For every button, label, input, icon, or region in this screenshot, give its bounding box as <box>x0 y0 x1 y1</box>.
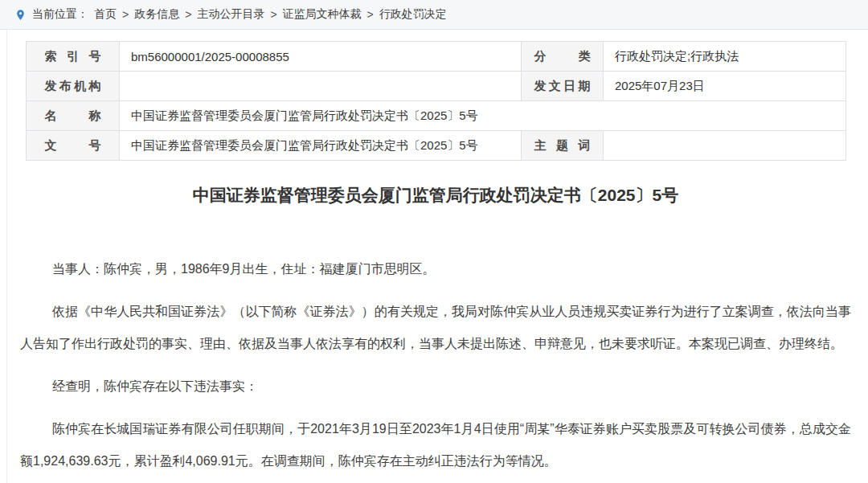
doc-number-label: 文号 <box>45 138 101 153</box>
publisher-value <box>120 72 522 101</box>
doc-number-value: 中国证券监督管理委员会厦门监管局行政处罚决定书〔2025〕5号 <box>120 131 522 161</box>
index-number-label-cell: 索引号 <box>27 42 120 72</box>
meta-table: 索引号 bm56000001/2025-00008855 分类 行政处罚决定;行… <box>26 41 846 161</box>
breadcrumb-item-doc-genre[interactable]: 证监局文种体裁 <box>283 7 362 22</box>
location-pin-icon <box>14 9 27 21</box>
pub-date-value: 2025年07月23日 <box>604 72 846 101</box>
content-panel: 索引号 bm56000001/2025-00008855 分类 行政处罚决定;行… <box>6 30 868 483</box>
category-label: 分类 <box>534 49 591 64</box>
index-number-label: 索引号 <box>45 49 101 64</box>
breadcrumb-separator: > <box>270 8 276 21</box>
keywords-label: 主题词 <box>534 138 591 153</box>
breadcrumb-separator: > <box>122 8 129 21</box>
breadcrumb-separator: > <box>185 8 191 21</box>
pub-date-label: 发文日期 <box>534 79 591 94</box>
breadcrumb-item-penalty-decision[interactable]: 行政处罚决定 <box>379 7 447 22</box>
publisher-label: 发布机构 <box>45 79 101 94</box>
table-row: 发布机构 发文日期 2025年07月23日 <box>27 72 846 101</box>
paragraph-legal-basis: 依据《中华人民共和国证券法》（以下简称《证券法》）的有关规定，我局对陈仲宾从业人… <box>20 296 851 360</box>
keywords-label-cell: 主题词 <box>522 131 604 161</box>
document-body: 中国证券监督管理委员会厦门监管局行政处罚决定书〔2025〕5号 当事人：陈仲宾，… <box>20 183 851 477</box>
breadcrumb-item-home[interactable]: 首页 <box>94 7 117 22</box>
pub-date-label-cell: 发文日期 <box>522 72 604 101</box>
doc-name-value: 中国证券监督管理委员会厦门监管局行政处罚决定书〔2025〕5号 <box>120 101 846 131</box>
paragraph-party-info: 当事人：陈仲宾，男，1986年9月出生，住址：福建厦门市思明区。 <box>20 253 851 285</box>
breadcrumb-prefix: 当前位置： <box>32 7 88 22</box>
publisher-label-cell: 发布机构 <box>27 72 120 101</box>
keywords-value <box>604 131 846 161</box>
table-row: 文号 中国证券监督管理委员会厦门监管局行政处罚决定书〔2025〕5号 主题词 <box>27 131 846 161</box>
breadcrumb-item-public-catalog[interactable]: 主动公开目录 <box>197 7 264 22</box>
breadcrumb-item-gov-info[interactable]: 政务信息 <box>134 7 179 22</box>
breadcrumb-separator: > <box>367 8 374 21</box>
paragraph-violation-facts: 陈仲宾在长城国瑞证券有限公司任职期间，于2021年3月19日至2023年1月4日… <box>20 413 851 477</box>
breadcrumb: 当前位置： 首页 > 政务信息 > 主动公开目录 > 证监局文种体裁 > 行政处… <box>0 0 868 30</box>
category-value: 行政处罚决定;行政执法 <box>604 42 846 72</box>
index-number-value: bm56000001/2025-00008855 <box>120 42 522 72</box>
doc-name-label: 名称 <box>45 108 101 124</box>
table-row: 名称 中国证券监督管理委员会厦门监管局行政处罚决定书〔2025〕5号 <box>27 101 846 131</box>
category-label-cell: 分类 <box>522 42 604 72</box>
doc-number-label-cell: 文号 <box>27 131 120 161</box>
paragraph-findings-intro: 经查明，陈仲宾存在以下违法事实： <box>20 370 851 403</box>
table-row: 索引号 bm56000001/2025-00008855 分类 行政处罚决定;行… <box>27 42 846 72</box>
page-title: 中国证券监督管理委员会厦门监管局行政处罚决定书〔2025〕5号 <box>20 183 851 207</box>
doc-name-label-cell: 名称 <box>27 101 120 131</box>
